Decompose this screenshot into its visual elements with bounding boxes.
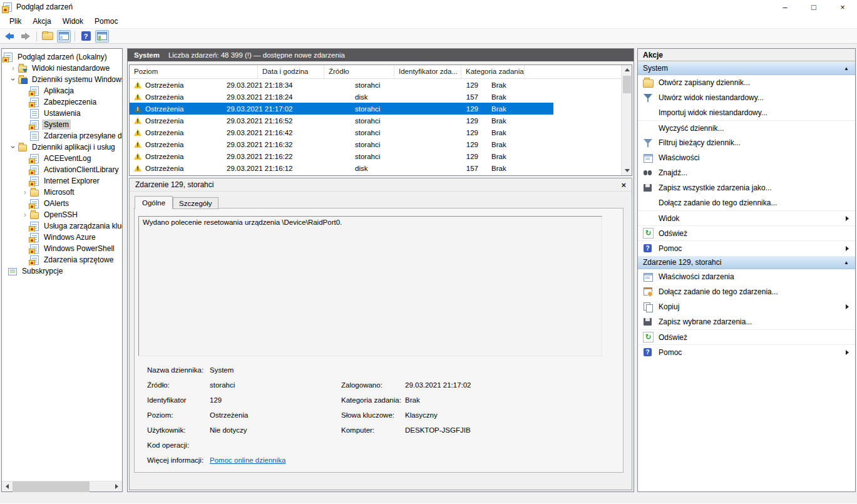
action-item-label: Odśwież: [659, 333, 687, 342]
tree-item[interactable]: Zabezpieczenia: [2, 96, 122, 108]
log-icon: [30, 233, 39, 242]
field-label: Słowa kluczowe:: [341, 408, 405, 423]
expander-icon[interactable]: [8, 63, 18, 73]
maximize-button[interactable]: □: [799, 0, 828, 14]
table-row[interactable]: Ostrzeżenia 29.03.2021 21:18:34 storahci…: [130, 79, 553, 91]
column-header[interactable]: Kategoria zadania: [461, 65, 525, 78]
table-row[interactable]: Ostrzeżenia 29.03.2021 21:16:22 storahci…: [130, 150, 553, 162]
tree-item[interactable]: ACEEventLog: [2, 153, 122, 164]
toolbar-separator[interactable]: [74, 31, 75, 41]
menu-item[interactable]: Pomoc: [89, 15, 123, 28]
action-section-header[interactable]: Zdarzenie 129, storahci ▲: [638, 255, 855, 269]
field-label: Zalogowano:: [341, 378, 405, 393]
expander-icon[interactable]: [8, 142, 18, 152]
tree-item[interactable]: Dzienniki aplikacji i usług: [2, 141, 122, 153]
tree-item[interactable]: Zdarzenia sprzętowe: [2, 254, 122, 265]
action-item[interactable]: Zapisz wybrane zdarzenia...: [638, 314, 855, 329]
action-item[interactable]: Kopiuj: [638, 299, 855, 314]
table-row[interactable]: Ostrzeżenia 29.03.2021 21:16:12 disk 157…: [130, 162, 553, 174]
action-item[interactable]: Odśwież: [638, 225, 855, 240]
tree-item[interactable]: Zdarzenia przesyłane dalej: [2, 130, 122, 141]
action-item[interactable]: Właściwości zdarzenia: [638, 269, 855, 284]
tree-item[interactable]: OpenSSH: [2, 209, 122, 220]
tree-item[interactable]: Dzienniki systemu Windows: [2, 74, 122, 85]
log-summary: Liczba zdarzeń: 48 399 (!) — dostępne no…: [168, 51, 345, 59]
action-item[interactable]: Zapisz wszystkie zdarzenia jako...: [638, 180, 855, 195]
action-item[interactable]: Znajdź...: [638, 165, 855, 180]
expander-icon[interactable]: [20, 187, 30, 197]
tree-item[interactable]: System: [2, 119, 122, 130]
scrollbar-thumb[interactable]: [623, 76, 631, 93]
table-row[interactable]: Ostrzeżenia 29.03.2021 21:16:32 storahci…: [130, 138, 553, 150]
collapse-icon[interactable]: ▲: [844, 260, 849, 265]
action-section-header[interactable]: System ▲: [638, 61, 855, 75]
close-button[interactable]: ×: [828, 0, 857, 14]
table-row[interactable]: Ostrzeżenia 29.03.2021 21:17:02 storahci…: [130, 103, 553, 115]
expander-icon[interactable]: [20, 210, 30, 220]
tree-item[interactable]: Usługa zarządzania kluczami: [2, 220, 122, 232]
menu-item[interactable]: Akcja: [27, 15, 56, 28]
action-item[interactable]: Wyczyść dziennik...: [638, 120, 855, 135]
expander-icon[interactable]: [8, 75, 18, 85]
action-item[interactable]: Dołącz zadanie do tego zdarzenia...: [638, 284, 855, 299]
action-item[interactable]: Pomoc: [638, 240, 855, 255]
tree-item[interactable]: Microsoft: [2, 187, 122, 198]
toolbar-separator[interactable]: [36, 31, 37, 41]
column-header[interactable]: Identyfikator zda...: [394, 65, 461, 78]
tree-item[interactable]: Internet Explorer: [2, 175, 122, 187]
open-saved-log-icon: [643, 78, 653, 88]
action-item[interactable]: Otwórz zapisany dziennik...: [638, 75, 855, 90]
scroll-left-icon[interactable]: [2, 481, 13, 492]
table-row[interactable]: Ostrzeżenia 29.03.2021 21:18:24 disk 157…: [130, 91, 553, 103]
tree-horizontal-scrollbar[interactable]: [2, 481, 122, 491]
scroll-down-icon[interactable]: [622, 166, 632, 175]
collapse-icon[interactable]: ▲: [844, 66, 849, 71]
action-item[interactable]: Dołącz zadanie do tego dziennika...: [638, 195, 855, 210]
tree-item[interactable]: Windows Azure: [2, 232, 122, 243]
action-item[interactable]: Pomoc: [638, 344, 855, 359]
event-list-scrollbar[interactable]: [621, 65, 632, 175]
action-item[interactable]: Widok: [638, 210, 855, 225]
back-icon[interactable]: [3, 30, 16, 43]
action-item-label: Znajdź...: [659, 168, 687, 177]
event-fields: Nazwa dziennika: System Źródło: storahci…: [135, 363, 623, 468]
help-icon[interactable]: [79, 30, 93, 43]
tree-item[interactable]: Widoki niestandardowe: [2, 63, 122, 74]
scroll-right-icon[interactable]: [111, 481, 122, 492]
action-item[interactable]: Importuj widok niestandardowy...: [638, 105, 855, 120]
minimize-button[interactable]: –: [771, 0, 799, 14]
table-row[interactable]: Ostrzeżenia 29.03.2021 21:16:42 storahci…: [130, 126, 553, 138]
action-item[interactable]: Właściwości: [638, 150, 855, 165]
table-row[interactable]: Ostrzeżenia 29.03.2021 21:16:52 storahci…: [130, 115, 553, 126]
tab[interactable]: Ogólne: [135, 196, 173, 209]
tree-item-label: Microsoft: [42, 187, 76, 197]
tree-item[interactable]: Subskrypcje: [2, 265, 122, 277]
column-header[interactable]: Źródło: [324, 65, 394, 78]
tab[interactable]: Szczegóły: [173, 197, 218, 209]
show-action-pane-icon[interactable]: [95, 30, 109, 43]
action-item-label: Dołącz zadanie do tego dziennika...: [659, 198, 777, 207]
column-headers: PoziomData i godzinaŹródłoIdentyfikator …: [130, 65, 632, 79]
tree-item[interactable]: Aplikacja: [2, 85, 122, 96]
action-item[interactable]: Filtruj bieżący dziennik...: [638, 135, 855, 150]
level-cell: Ostrzeżenia: [145, 165, 183, 172]
column-header[interactable]: Data i godzina: [258, 65, 324, 78]
tree-item[interactable]: ActivationClientLibrary: [2, 164, 122, 175]
export-log-icon[interactable]: [41, 30, 54, 43]
menu-item[interactable]: Widok: [57, 15, 89, 28]
tree-item[interactable]: OAlerts: [2, 198, 122, 209]
show-console-tree-icon[interactable]: [57, 30, 71, 43]
action-item[interactable]: Odśwież: [638, 329, 855, 344]
menu-item[interactable]: Plik: [4, 15, 27, 28]
tree-item[interactable]: Windows PowerShell: [2, 243, 122, 254]
tree-item[interactable]: Podgląd zdarzeń (Lokalny): [2, 51, 122, 63]
forward-icon[interactable]: [19, 30, 33, 43]
action-item[interactable]: Utwórz widok niestandardowy...: [638, 90, 855, 105]
column-header[interactable]: Poziom: [130, 65, 258, 78]
tree-item-label: Widoki niestandardowe: [30, 63, 111, 73]
tree-item[interactable]: Ustawienia: [2, 108, 122, 119]
scroll-up-icon[interactable]: [622, 65, 632, 75]
event-id-cell: 157: [416, 165, 486, 172]
scrollbar-thumb[interactable]: [13, 481, 90, 492]
close-icon[interactable]: ×: [621, 180, 626, 190]
